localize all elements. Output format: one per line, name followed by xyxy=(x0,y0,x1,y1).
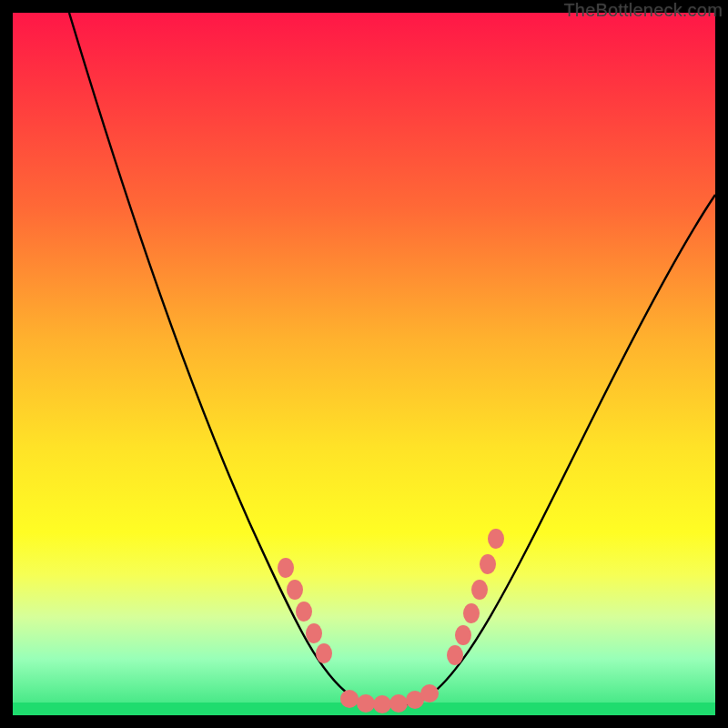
chart-frame: TheBottleneck.com xyxy=(0,0,728,728)
marker-cluster-left xyxy=(278,558,332,663)
svg-point-13 xyxy=(463,603,480,623)
marker-cluster-right xyxy=(447,529,504,665)
svg-point-4 xyxy=(316,643,332,663)
svg-point-8 xyxy=(389,694,408,713)
svg-point-2 xyxy=(296,602,312,622)
svg-point-16 xyxy=(488,529,504,549)
svg-point-7 xyxy=(373,695,391,713)
chart-plot-area xyxy=(13,13,715,715)
svg-point-12 xyxy=(455,625,471,645)
marker-cluster-bottom xyxy=(340,684,439,713)
svg-point-5 xyxy=(340,690,359,708)
watermark-text: TheBottleneck.com xyxy=(563,0,723,21)
svg-point-14 xyxy=(471,580,488,600)
svg-point-6 xyxy=(357,694,375,713)
bottleneck-curve-svg xyxy=(13,13,715,715)
svg-point-3 xyxy=(306,623,322,643)
svg-point-1 xyxy=(287,580,303,600)
svg-point-10 xyxy=(420,684,439,703)
svg-point-0 xyxy=(278,558,294,578)
svg-point-11 xyxy=(447,645,463,665)
svg-point-15 xyxy=(480,554,496,574)
bottleneck-curve xyxy=(69,13,715,706)
